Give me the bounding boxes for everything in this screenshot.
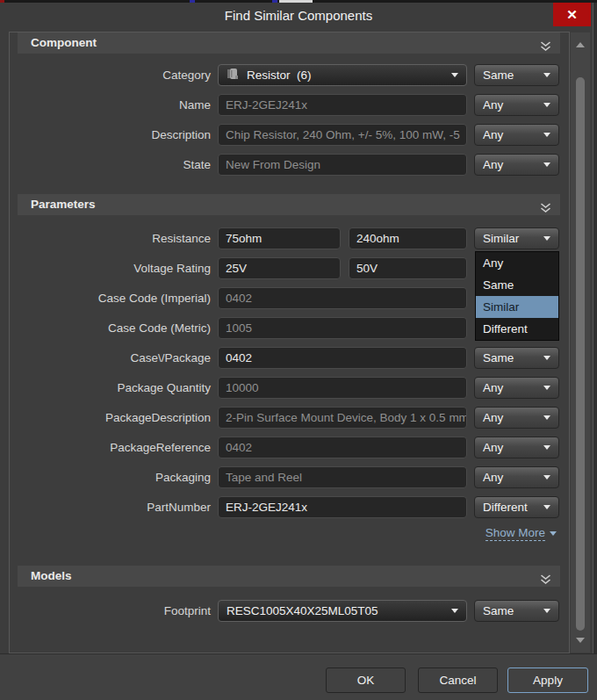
resistance-from-field[interactable]: 75ohm — [218, 227, 341, 249]
caret-down-icon — [451, 73, 458, 77]
label-package-quantity: Package Quantity — [16, 377, 211, 399]
packaging-match-value: Any — [483, 471, 503, 484]
label-state: State — [16, 154, 211, 176]
collapse-chevron-icon[interactable] — [540, 199, 551, 220]
name-field[interactable]: ERJ-2GEJ241x — [218, 94, 467, 116]
popup-option-any[interactable]: Any — [476, 252, 558, 274]
label-category: Category — [16, 64, 211, 86]
package-description-field[interactable]: 2-Pin Surface Mount Device, Body 1 x 0.5… — [218, 407, 467, 429]
cancel-button[interactable]: Cancel — [418, 668, 498, 693]
footprint-combo-value: RESC1005X40X25ML05T05 — [227, 604, 378, 617]
apply-button[interactable]: Apply — [507, 668, 588, 693]
resistance-match-select[interactable]: Similar — [474, 227, 559, 249]
package-quantity-field[interactable]: 10000 — [218, 377, 467, 399]
popup-option-different[interactable]: Different — [476, 318, 558, 340]
label-case-package: Case\/Package — [16, 347, 211, 369]
caret-down-icon — [543, 505, 550, 509]
package-reference-field[interactable]: 0402 — [218, 437, 467, 458]
section-title-models: Models — [31, 569, 72, 582]
scroll-up-icon[interactable] — [576, 42, 585, 47]
resistance-match-value: Similar — [483, 232, 519, 245]
package-quantity-match-select[interactable]: Any — [474, 377, 559, 399]
collapse-chevron-icon[interactable] — [540, 571, 551, 592]
section-title-component: Component — [31, 36, 97, 49]
section-title-parameters: Parameters — [31, 198, 96, 211]
label-case-code-imperial: Case Code (Imperial) — [16, 287, 211, 309]
dialog-title: Find Similar Components — [0, 3, 597, 29]
description-match-select[interactable]: Any — [474, 124, 559, 146]
caret-down-icon — [543, 415, 550, 420]
label-voltage-rating: Voltage Rating — [16, 257, 211, 279]
part-number-match-value: Different — [483, 501, 528, 514]
name-match-select[interactable]: Any — [474, 94, 559, 116]
section-header-parameters: Parameters — [18, 194, 560, 215]
label-part-number: PartNumber — [16, 496, 211, 518]
close-icon: ✕ — [566, 7, 578, 23]
match-options-popup: Any Same Similar Different — [475, 251, 559, 341]
caret-down-icon — [451, 609, 458, 613]
category-match-value: Same — [483, 69, 514, 82]
part-number-field[interactable]: ERJ-2GEJ241x — [218, 496, 467, 518]
packaging-match-select[interactable]: Any — [474, 466, 559, 488]
caret-down-icon — [543, 133, 550, 137]
collapse-chevron-icon[interactable] — [540, 38, 551, 59]
description-field[interactable]: Chip Resistor, 240 Ohm, +/- 5%, 100 mW, … — [218, 124, 467, 146]
label-package-description: PackageDescription — [16, 407, 211, 429]
name-match-value: Any — [483, 98, 503, 112]
case-package-match-value: Same — [483, 351, 514, 364]
dialog-footer: OK Cancel Apply — [0, 653, 597, 700]
category-combo-value: Resistor (6) — [247, 69, 312, 82]
packaging-field[interactable]: Tape and Reel — [218, 466, 467, 488]
footprint-match-value: Same — [483, 604, 514, 617]
part-number-match-select[interactable]: Different — [474, 496, 559, 518]
label-description: Description — [16, 124, 211, 146]
voltage-from-field[interactable]: 25V — [218, 257, 341, 279]
caret-down-icon — [543, 609, 550, 613]
show-more-link[interactable]: Show More — [486, 526, 557, 541]
label-packaging: Packaging — [16, 466, 211, 488]
caret-down-icon — [543, 236, 550, 241]
case-package-match-select[interactable]: Same — [474, 347, 559, 369]
scroll-down-icon[interactable] — [576, 638, 585, 643]
section-header-component: Component — [18, 32, 560, 54]
caret-down-icon — [543, 162, 550, 167]
footprint-match-select[interactable]: Same — [474, 600, 559, 622]
caret-down-icon — [543, 386, 550, 390]
voltage-to-field[interactable]: 50V — [349, 257, 467, 279]
package-reference-match-select[interactable]: Any — [474, 437, 559, 458]
state-field[interactable]: New From Design — [218, 154, 467, 176]
scrollbar-thumb[interactable] — [576, 77, 585, 631]
label-case-code-metric: Case Code (Metric) — [16, 317, 211, 339]
dialog-titlebar: Find Similar Components — [0, 3, 597, 29]
section-header-models: Models — [18, 566, 560, 587]
close-button[interactable]: ✕ — [553, 3, 591, 26]
popup-option-same[interactable]: Same — [476, 274, 558, 296]
caret-down-icon — [543, 475, 550, 480]
label-name: Name — [16, 94, 211, 116]
package-description-match-value: Any — [483, 411, 503, 424]
caret-down-icon — [543, 73, 550, 77]
caret-down-icon — [543, 103, 550, 107]
case-code-imperial-field[interactable]: 0402 — [218, 287, 467, 309]
dialog-right-edge — [593, 3, 597, 653]
resistor-icon — [227, 68, 241, 83]
case-package-field[interactable]: 0402 — [218, 347, 467, 369]
package-description-match-select[interactable]: Any — [474, 407, 559, 429]
resistance-to-field[interactable]: 240ohm — [349, 227, 467, 249]
category-match-select[interactable]: Same — [474, 64, 559, 86]
footprint-combo[interactable]: RESC1005X40X25ML05T05 — [218, 600, 467, 622]
state-match-select[interactable]: Any — [474, 154, 559, 176]
state-match-value: Any — [483, 158, 503, 171]
ok-button[interactable]: OK — [326, 668, 406, 693]
show-more-label: Show More — [486, 526, 545, 541]
popup-option-similar[interactable]: Similar — [476, 296, 558, 318]
package-quantity-match-value: Any — [483, 381, 503, 394]
package-reference-match-value: Any — [483, 441, 503, 454]
category-combo[interactable]: Resistor (6) — [218, 64, 467, 86]
case-code-metric-field[interactable]: 1005 — [218, 317, 467, 339]
show-more-caret-icon — [550, 531, 557, 536]
caret-down-icon — [543, 445, 550, 450]
caret-down-icon — [543, 356, 550, 360]
description-match-value: Any — [483, 128, 503, 141]
label-footprint: Footprint — [16, 600, 211, 622]
